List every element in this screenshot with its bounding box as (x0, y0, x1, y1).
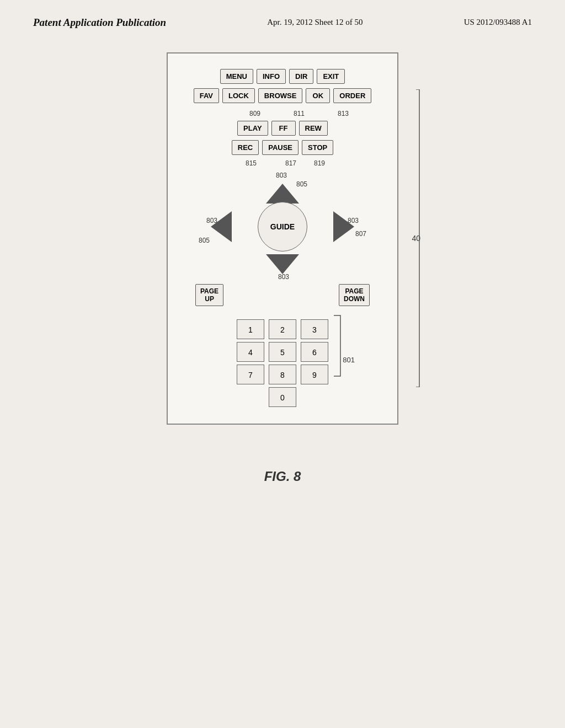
numpad: 1 2 3 4 5 6 7 8 9 (237, 319, 328, 407)
num-7-button[interactable]: 7 (237, 365, 264, 384)
arrow-down-button[interactable] (266, 254, 299, 274)
button-row-1: MENU INFO DIR EXIT (184, 69, 381, 84)
fav-button[interactable]: FAV (194, 88, 219, 103)
arrow-right-button[interactable] (333, 211, 354, 242)
annotation-807: 807 (355, 230, 366, 238)
ok-button[interactable]: OK (306, 88, 330, 103)
annotation-819: 819 (314, 159, 325, 167)
figure-caption: FIG. 8 (0, 469, 565, 484)
page-down-button[interactable]: PAGE DOWN (339, 284, 370, 306)
publication-title: Patent Application Publication (33, 15, 166, 30)
nav-area: 803 805 803 805 GUIDE (194, 172, 371, 282)
numpad-section: 1 2 3 4 5 6 7 8 9 (184, 313, 381, 407)
button-row-3: PLAY FF REW (184, 121, 381, 136)
annotation-805-left: 805 (199, 237, 210, 244)
annotation-803-right: 803 (348, 217, 359, 224)
label-809: 809 (249, 110, 260, 117)
num-2-button[interactable]: 2 (269, 319, 296, 339)
browse-button[interactable]: BROWSE (258, 88, 303, 103)
num-8-button[interactable]: 8 (269, 365, 296, 384)
num-1-button[interactable]: 1 (237, 319, 264, 339)
button-row-2: FAV LOCK BROWSE OK ORDER (184, 88, 381, 103)
arrow-up-button[interactable] (266, 184, 299, 204)
ff-button[interactable]: FF (271, 121, 296, 136)
annotation-817: 817 (285, 159, 296, 167)
diagram-area: MENU INFO DIR EXIT FAV LOCK BROWSE OK OR… (0, 52, 565, 425)
dir-button[interactable]: DIR (289, 69, 313, 84)
numpad-row-1: 1 2 3 (237, 319, 328, 339)
arrow-left-button[interactable] (211, 211, 232, 242)
page-up-button[interactable]: PAGE UP (195, 284, 223, 306)
numpad-row-2: 4 5 6 (237, 342, 328, 362)
lock-button[interactable]: LOCK (222, 88, 255, 103)
bracket-40-line (416, 89, 423, 387)
num-0-button[interactable]: 0 (269, 387, 296, 407)
publication-number: US 2012/093488 A1 (464, 15, 532, 27)
rec-button[interactable]: REC (232, 140, 259, 155)
exit-button[interactable]: EXIT (317, 69, 345, 84)
menu-button[interactable]: MENU (220, 69, 253, 84)
rew-button[interactable]: REW (299, 121, 328, 136)
publication-date-sheet: Apr. 19, 2012 Sheet 12 of 50 (267, 15, 363, 27)
info-button[interactable]: INFO (257, 69, 286, 84)
num-4-button[interactable]: 4 (237, 342, 264, 362)
numpad-row-4: 0 (269, 387, 296, 407)
num-9-button[interactable]: 9 (301, 365, 328, 384)
annotation-803-bottom: 803 (278, 273, 289, 281)
num-3-button[interactable]: 3 (301, 319, 328, 339)
page-buttons-row: PAGE UP PAGE DOWN (195, 284, 370, 306)
numpad-row-3: 7 8 9 (237, 365, 328, 384)
num-5-button[interactable]: 5 (269, 342, 296, 362)
guide-button[interactable]: GUIDE (258, 202, 307, 251)
play-button[interactable]: PLAY (237, 121, 268, 136)
annotation-803-top: 803 (276, 172, 287, 179)
button-row-4: REC PAUSE STOP (184, 140, 381, 155)
order-button[interactable]: ORDER (333, 88, 371, 103)
stop-button[interactable]: STOP (302, 140, 333, 155)
annotation-815: 815 (246, 159, 257, 167)
annotation-801: 801 (343, 356, 355, 364)
label-813: 813 (338, 110, 349, 117)
label-811: 811 (294, 110, 305, 117)
num-6-button[interactable]: 6 (301, 342, 328, 362)
pause-button[interactable]: PAUSE (262, 140, 299, 155)
page-header: Patent Application Publication Apr. 19, … (0, 0, 565, 30)
remote-control-diagram: MENU INFO DIR EXIT FAV LOCK BROWSE OK OR… (167, 52, 398, 425)
